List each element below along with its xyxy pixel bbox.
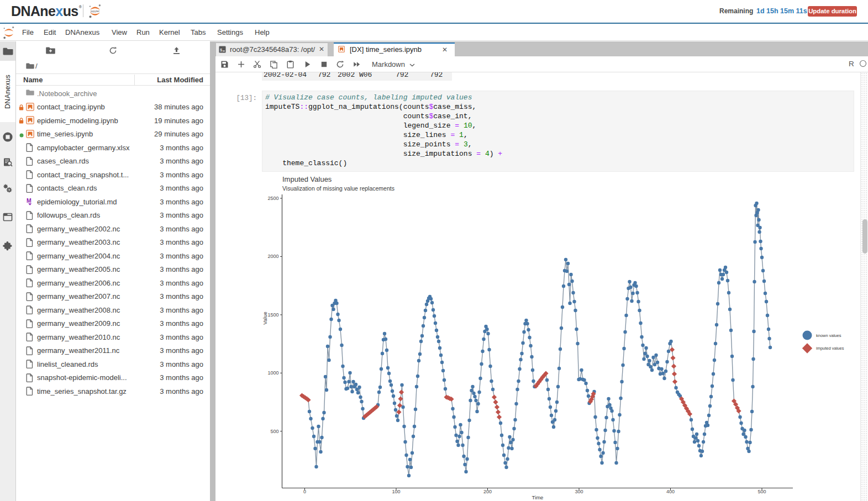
svg-text:Time: Time: [532, 494, 544, 500]
svg-text:300: 300: [575, 489, 583, 494]
svg-text:200: 200: [483, 489, 492, 494]
svg-text:1500: 1500: [267, 312, 278, 318]
svg-text:400: 400: [666, 489, 675, 494]
svg-text:2000: 2000: [267, 254, 278, 259]
svg-text:Value: Value: [262, 312, 268, 325]
svg-text:0: 0: [303, 489, 306, 494]
svg-text:jupyter: jupyter: [90, 9, 99, 13]
svg-text:500: 500: [270, 429, 278, 434]
svg-text:M: M: [27, 197, 31, 204]
svg-text:known values: known values: [816, 333, 841, 338]
svg-text:imputed values: imputed values: [816, 346, 844, 351]
svg-text:500: 500: [757, 489, 766, 494]
svg-text:Visualization of missing value: Visualization of missing value replaceme…: [282, 185, 394, 192]
svg-text:$: $: [220, 48, 222, 52]
svg-text:2500: 2500: [267, 196, 278, 201]
svg-text:100: 100: [392, 489, 400, 494]
svg-text:Imputed Values: Imputed Values: [282, 175, 332, 183]
svg-text:1000: 1000: [267, 370, 278, 376]
